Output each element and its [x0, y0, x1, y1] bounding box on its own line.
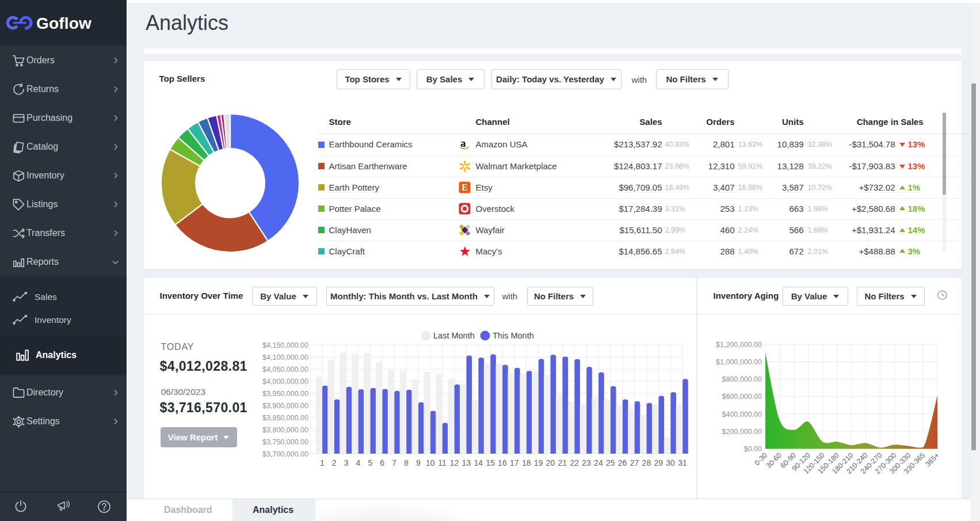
svg-text:4: 4 [356, 458, 360, 467]
svg-text:$3,850,000.00: $3,850,000.00 [262, 414, 308, 422]
svg-text:12: 12 [449, 458, 459, 467]
svg-text:$3,950,000.00: $3,950,000.00 [262, 390, 308, 398]
svg-text:$4,100,000.00: $4,100,000.00 [262, 353, 308, 362]
svg-text:30: 30 [666, 458, 675, 467]
svg-text:8: 8 [404, 458, 409, 467]
svg-text:13: 13 [462, 458, 471, 467]
svg-text:16: 16 [498, 458, 507, 467]
svg-text:365+: 365+ [924, 451, 941, 469]
svg-text:$400,000.00: $400,000.00 [722, 410, 762, 419]
svg-text:21: 21 [558, 458, 567, 467]
svg-text:28: 28 [642, 458, 651, 467]
svg-text:This Month: This Month [493, 331, 534, 340]
svg-text:$4,150,000.00: $4,150,000.00 [262, 341, 308, 349]
svg-text:30-60: 30-60 [764, 451, 783, 470]
svg-text:25: 25 [606, 458, 615, 467]
svg-text:$3,750,000.00: $3,750,000.00 [262, 438, 308, 446]
svg-text:E: E [462, 182, 468, 192]
svg-text:15: 15 [486, 458, 495, 467]
svg-text:17: 17 [510, 458, 519, 467]
svg-text:29: 29 [654, 458, 663, 467]
svg-text:Last Month: Last Month [433, 331, 475, 340]
svg-text:2: 2 [331, 458, 336, 467]
svg-text:$1,200,000.00: $1,200,000.00 [716, 341, 762, 349]
svg-text:19: 19 [533, 458, 543, 467]
svg-text:24: 24 [594, 458, 603, 467]
svg-text:20: 20 [546, 458, 555, 467]
svg-text:$3,800,000.00: $3,800,000.00 [262, 426, 308, 434]
svg-text:$600,000.00: $600,000.00 [722, 393, 762, 401]
svg-text:$0.00: $0.00 [743, 445, 761, 453]
svg-text:$1,000,000.00: $1,000,000.00 [716, 358, 762, 366]
svg-text:23: 23 [582, 458, 591, 467]
svg-text:$4,050,000.00: $4,050,000.00 [262, 366, 308, 374]
svg-text:22: 22 [570, 458, 579, 467]
svg-text:$200,000.00: $200,000.00 [722, 428, 762, 436]
svg-text:18: 18 [521, 458, 531, 467]
svg-text:1: 1 [320, 458, 325, 467]
svg-text:$800,000.00: $800,000.00 [722, 375, 762, 383]
svg-text:10: 10 [425, 458, 434, 467]
svg-text:3: 3 [344, 458, 348, 467]
svg-text:7: 7 [392, 458, 396, 467]
svg-text:11: 11 [438, 458, 447, 467]
svg-text:5: 5 [368, 458, 372, 467]
svg-text:14: 14 [474, 458, 483, 467]
svg-text:26: 26 [617, 458, 627, 467]
svg-text:27: 27 [630, 458, 639, 467]
svg-text:31: 31 [678, 458, 687, 467]
svg-text:$3,900,000.00: $3,900,000.00 [262, 402, 308, 410]
svg-text:$3,700,000.00: $3,700,000.00 [262, 450, 308, 458]
svg-text:9: 9 [415, 458, 420, 467]
svg-text:6: 6 [380, 458, 384, 467]
svg-text:$4,000,000.00: $4,000,000.00 [262, 378, 308, 386]
